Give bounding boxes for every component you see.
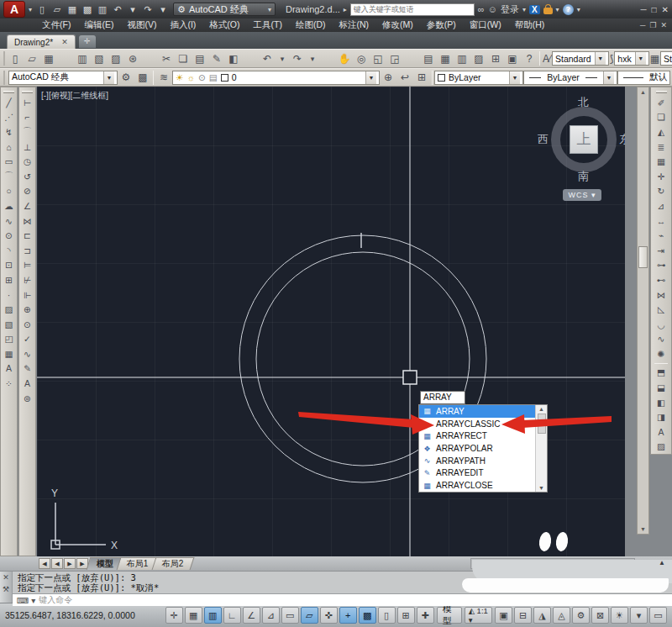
- first-tab-button[interactable]: ◀: [39, 558, 50, 569]
- doc-window-control-button[interactable]: ✕: [660, 21, 667, 29]
- text-to-front-icon[interactable]: A: [653, 424, 669, 440]
- circle-icon[interactable]: ○: [1, 184, 17, 199]
- tool-palettes-icon[interactable]: ▥: [454, 50, 470, 66]
- open-icon[interactable]: ▱: [50, 4, 64, 15]
- chamfer-icon[interactable]: ◺: [653, 302, 669, 317]
- search-binoculars-icon[interactable]: ∞: [478, 4, 485, 14]
- tab-layout2[interactable]: 布局2: [151, 557, 193, 570]
- tolerance-icon[interactable]: ⊩: [19, 287, 35, 303]
- new-icon[interactable]: ▯: [35, 4, 49, 15]
- menu-view[interactable]: 视图(V): [120, 19, 163, 31]
- menu-parametric[interactable]: 参数(P): [420, 19, 463, 31]
- aligned-dim-icon[interactable]: ⌐: [19, 110, 35, 125]
- add-selected-icon[interactable]: ⁘: [1, 376, 17, 391]
- revision-cloud-icon[interactable]: ☁: [1, 198, 17, 213]
- annotation-scale-button[interactable]: ◭ 1:1 ▾: [465, 607, 492, 624]
- line-icon[interactable]: ╱: [1, 95, 17, 110]
- color-dropdown[interactable]: ByLayer▼: [434, 71, 523, 85]
- autoscale-icon[interactable]: ◬: [553, 607, 570, 624]
- scroll-down-icon[interactable]: ▼: [538, 485, 544, 491]
- point-icon[interactable]: ·: [1, 287, 17, 303]
- layer-on-bulb-icon[interactable]: ☀: [176, 72, 183, 82]
- doc-window-control-button[interactable]: ❐: [649, 21, 656, 29]
- menu-modify[interactable]: 修改(M): [375, 19, 420, 31]
- file-tab-drawing2[interactable]: Drawing2* ✕: [7, 34, 76, 49]
- viewcube-north[interactable]: 北: [578, 95, 589, 110]
- properties-icon[interactable]: ▤: [420, 50, 437, 66]
- dyn-toggle[interactable]: +: [339, 607, 357, 624]
- exchange-apps-icon[interactable]: X: [529, 5, 540, 14]
- workspace-switching-icon[interactable]: ⚙: [572, 607, 590, 624]
- radius-dim-icon[interactable]: ◷: [19, 154, 35, 169]
- trim-icon[interactable]: ⌁: [653, 228, 669, 243]
- hatch-to-back-icon[interactable]: ▨: [653, 440, 669, 455]
- close-icon[interactable]: ✕: [3, 573, 9, 582]
- workspace-settings-icon[interactable]: ⚙: [118, 70, 134, 86]
- baseline-dim-icon[interactable]: ⊏: [19, 228, 35, 243]
- doc-title-expand-icon[interactable]: ▸: [344, 6, 347, 13]
- popup-item-arrayedit[interactable]: ✎ ARRAYEDIT: [419, 467, 535, 480]
- otrack-toggle[interactable]: ▱: [301, 607, 318, 624]
- snap-toggle[interactable]: ✛: [165, 607, 183, 624]
- array-icon[interactable]: ▦: [653, 154, 669, 169]
- dim-style-icon[interactable]: A: [19, 376, 35, 391]
- break-icon[interactable]: ⊷: [653, 272, 669, 287]
- pan-icon[interactable]: ✋: [336, 50, 353, 66]
- ducs-toggle[interactable]: ✜: [320, 607, 338, 624]
- match-properties-icon[interactable]: ✎: [208, 50, 225, 66]
- lineweight-toggle[interactable]: ▩: [359, 607, 376, 624]
- sign-in-caret[interactable]: ▾: [522, 6, 526, 13]
- new-icon[interactable]: ▯: [7, 50, 24, 66]
- block-editor-icon[interactable]: ◧: [225, 50, 242, 66]
- menu-help[interactable]: 帮助(H): [508, 19, 552, 31]
- search-input[interactable]: [350, 3, 475, 16]
- prev-tab-button[interactable]: ◀: [51, 558, 63, 569]
- menu-file[interactable]: 文件(F): [35, 19, 77, 31]
- hatch-icon[interactable]: ▨: [1, 302, 17, 317]
- ellipse-arc-icon[interactable]: ◝: [1, 243, 17, 258]
- workspace-save-icon[interactable]: ▩: [134, 70, 151, 86]
- text-style-icon[interactable]: A⁄: [542, 50, 552, 66]
- menu-edit[interactable]: 编辑(E): [77, 19, 120, 31]
- isolate-objects-icon[interactable]: ☀: [611, 607, 628, 624]
- wrench-icon[interactable]: ⚒: [3, 585, 9, 593]
- jogged-linear-icon[interactable]: ✓: [19, 332, 35, 347]
- annotation-visibility-icon[interactable]: ◮: [533, 607, 551, 624]
- mtext-icon[interactable]: A: [1, 361, 17, 377]
- rectangle-icon[interactable]: ▭: [1, 154, 17, 169]
- layer-states-icon[interactable]: ⊞: [413, 70, 430, 86]
- selection-cycling-toggle[interactable]: ✚: [417, 607, 434, 624]
- bring-above-icon[interactable]: ◧: [653, 395, 669, 410]
- window-control-button[interactable]: ✕: [662, 5, 669, 14]
- dim-text-edit-icon[interactable]: ✎: [19, 361, 35, 377]
- fillet-icon[interactable]: ◡: [653, 317, 669, 332]
- scroll-up-icon[interactable]: ▲: [538, 406, 544, 412]
- dim-style-select[interactable]: hxk▼: [614, 51, 648, 66]
- toolbar-lock-icon[interactable]: ⊠: [591, 607, 609, 624]
- jogged-dim-icon[interactable]: ↺: [19, 169, 35, 184]
- save-icon[interactable]: ▦: [40, 50, 57, 66]
- grid-display-toggle[interactable]: ▥: [204, 607, 222, 624]
- dim-break-icon[interactable]: ⊬: [19, 272, 35, 287]
- polyline-icon[interactable]: ↯: [1, 124, 17, 140]
- scroll-down-icon[interactable]: ▼: [640, 526, 646, 532]
- canvas-vertical-scrollbar[interactable]: ▲ ▼: [637, 87, 649, 535]
- menu-window[interactable]: 窗口(W): [463, 19, 508, 31]
- text-style-select[interactable]: Standard▼: [552, 51, 609, 66]
- undo-dropdown-icon[interactable]: ▾: [276, 50, 289, 66]
- table-style-icon[interactable]: ▦: [649, 50, 660, 66]
- viewcube-west[interactable]: 西: [538, 132, 549, 147]
- window-control-button[interactable]: ─: [640, 5, 646, 14]
- publish-icon[interactable]: ▨: [108, 50, 124, 66]
- menu-draw[interactable]: 绘图(D): [289, 19, 333, 31]
- blend-icon[interactable]: ∿: [653, 332, 669, 347]
- sheetset-icon[interactable]: ▨: [470, 50, 487, 66]
- ordinate-dim-icon[interactable]: ⊥: [19, 140, 35, 155]
- workspace-dropdown[interactable]: AutoCAD 经典▼: [8, 71, 118, 85]
- extend-icon[interactable]: ⇥: [653, 243, 669, 258]
- logo-menu-caret[interactable]: ▾: [29, 6, 32, 13]
- popup-item-array[interactable]: ▦ ARRAY: [419, 405, 535, 418]
- popup-item-arrayclassic[interactable]: ARRAYCLASSIC: [419, 418, 535, 430]
- sign-in-link[interactable]: 登录: [501, 3, 519, 16]
- quick-properties-toggle[interactable]: ⊞: [397, 607, 415, 624]
